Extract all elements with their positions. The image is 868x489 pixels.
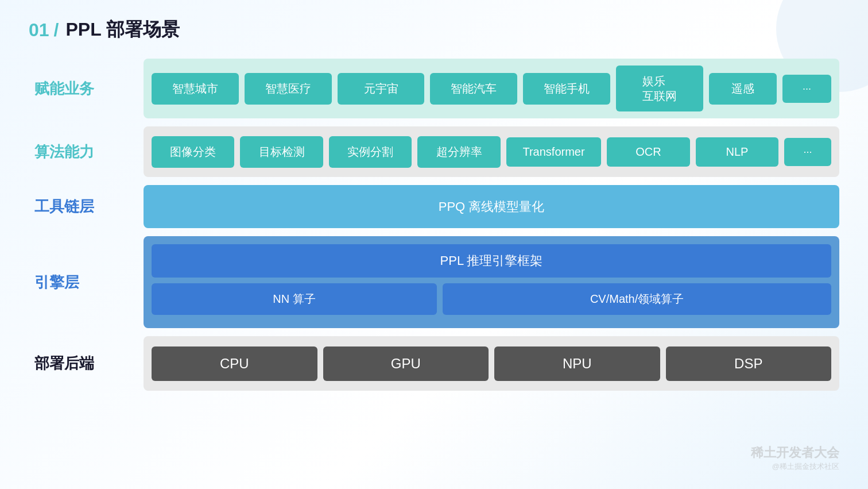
business-item-0[interactable]: 智慧城市 bbox=[152, 73, 239, 105]
algo-label: 算法能力 bbox=[29, 126, 144, 177]
watermark: 稀土开发者大会 @稀土掘金技术社区 bbox=[751, 444, 839, 472]
engine-row: 引擎层 PPL 推理引擎框架 NN 算子 CV/Math/领域算子 bbox=[29, 236, 839, 328]
business-item-5[interactable]: 娱乐互联网 bbox=[616, 66, 703, 111]
deploy-cpu[interactable]: CPU bbox=[152, 346, 317, 381]
watermark-subtitle: @稀土掘金技术社区 bbox=[751, 461, 839, 472]
deploy-row: 部署后端 CPU GPU NPU DSP bbox=[29, 336, 839, 391]
main-content: 01 / PPL 部署场景 赋能业务 智慧城市 智慧医疗 元宇宙 智能汽车 智能… bbox=[29, 17, 839, 391]
algo-row: 算法能力 图像分类 目标检测 实例分割 超分辨率 Transformer OCR… bbox=[29, 126, 839, 177]
title-number: 01 bbox=[29, 20, 49, 41]
page-title-row: 01 / PPL 部署场景 bbox=[29, 17, 839, 43]
toolchain-label: 工具链层 bbox=[29, 185, 144, 228]
page-container: 01 / PPL 部署场景 赋能业务 智慧城市 智慧医疗 元宇宙 智能汽车 智能… bbox=[0, 0, 868, 489]
deploy-gpu[interactable]: GPU bbox=[323, 346, 489, 381]
algo-item-dots[interactable]: ··· bbox=[784, 138, 831, 166]
engine-sub-bars: NN 算子 CV/Math/领域算子 bbox=[152, 283, 831, 315]
algo-item-2[interactable]: 实例分割 bbox=[329, 136, 412, 168]
algo-item-4[interactable]: Transformer bbox=[506, 137, 601, 167]
business-row: 赋能业务 智慧城市 智慧医疗 元宇宙 智能汽车 智能手机 娱乐互联网 遥感 ··… bbox=[29, 59, 839, 118]
toolchain-row: 工具链层 PPQ 离线模型量化 bbox=[29, 185, 839, 228]
deploy-dsp[interactable]: DSP bbox=[666, 346, 832, 381]
algo-item-1[interactable]: 目标检测 bbox=[240, 136, 323, 168]
algo-item-5[interactable]: OCR bbox=[607, 137, 689, 167]
deploy-npu[interactable]: NPU bbox=[494, 346, 660, 381]
business-label: 赋能业务 bbox=[29, 59, 144, 118]
engine-container: PPL 推理引擎框架 NN 算子 CV/Math/领域算子 bbox=[144, 236, 839, 328]
toolchain-content: PPQ 离线模型量化 bbox=[144, 185, 839, 228]
title-slash: / bbox=[54, 20, 59, 41]
engine-nn: NN 算子 bbox=[152, 283, 437, 315]
business-item-6[interactable]: 遥感 bbox=[709, 73, 777, 105]
title-text: PPL 部署场景 bbox=[65, 17, 180, 43]
algo-item-3[interactable]: 超分辨率 bbox=[417, 136, 500, 168]
business-item-1[interactable]: 智慧医疗 bbox=[245, 73, 332, 105]
business-item-4[interactable]: 智能手机 bbox=[523, 73, 610, 105]
algo-item-6[interactable]: NLP bbox=[696, 137, 778, 167]
business-item-3[interactable]: 智能汽车 bbox=[430, 73, 517, 105]
business-item-2[interactable]: 元宇宙 bbox=[338, 73, 425, 105]
algo-item-0[interactable]: 图像分类 bbox=[152, 136, 234, 168]
engine-framework: PPL 推理引擎框架 bbox=[152, 244, 831, 278]
watermark-title: 稀土开发者大会 bbox=[751, 444, 839, 461]
business-items-container: 智慧城市 智慧医疗 元宇宙 智能汽车 智能手机 娱乐互联网 遥感 ··· bbox=[144, 59, 839, 118]
deploy-items-container: CPU GPU NPU DSP bbox=[144, 336, 839, 391]
deploy-label: 部署后端 bbox=[29, 336, 144, 391]
business-item-dots[interactable]: ··· bbox=[782, 75, 831, 103]
engine-label: 引擎层 bbox=[29, 236, 144, 328]
algo-items-container: 图像分类 目标检测 实例分割 超分辨率 Transformer OCR NLP … bbox=[144, 126, 839, 177]
engine-cv: CV/Math/领域算子 bbox=[443, 283, 831, 315]
